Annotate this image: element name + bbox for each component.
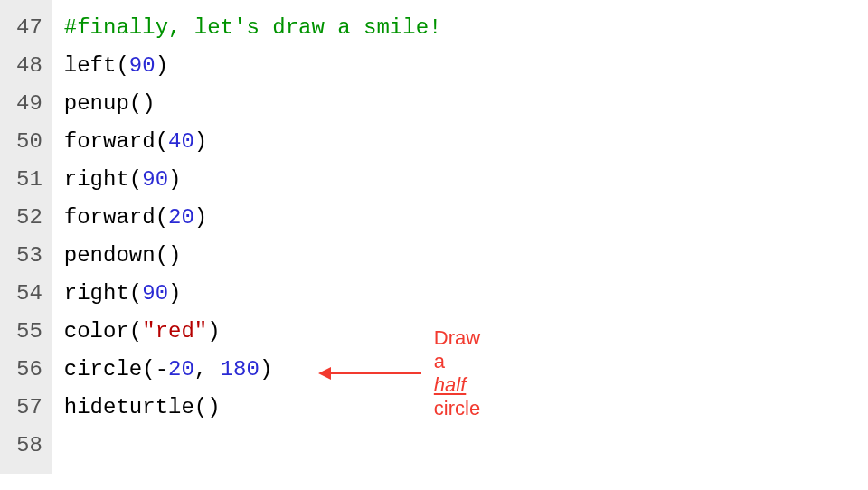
token-ident: forward (64, 205, 156, 230)
arrow-line (331, 372, 421, 374)
token-number: 180 (221, 357, 259, 382)
line-number: 49 (16, 85, 42, 123)
token-paren: ( (156, 129, 168, 154)
token-paren: ( (156, 243, 168, 268)
token-ident: color (64, 319, 129, 344)
code-line-54[interactable]: right(90) (64, 275, 442, 313)
token-paren: ( (129, 319, 142, 344)
arrow-head (318, 367, 331, 380)
code-area[interactable]: #finally, let's draw a smile! left(90) p… (52, 0, 442, 474)
line-number: 56 (16, 351, 42, 389)
token-string: "red" (142, 319, 207, 344)
code-line-48[interactable]: left(90) (64, 47, 442, 85)
token-paren: ( (156, 205, 168, 230)
token-paren: ) (168, 167, 181, 192)
token-op: , (194, 357, 221, 382)
token-ident: forward (64, 129, 156, 154)
line-number: 57 (16, 389, 42, 427)
line-number: 47 (16, 9, 42, 47)
token-number: 90 (142, 167, 168, 192)
code-line-53[interactable]: pendown() (64, 237, 442, 275)
code-line-49[interactable]: penup() (64, 85, 442, 123)
annotation-suffix: circle (434, 397, 480, 419)
token-paren: ) (168, 281, 181, 306)
token-paren: ) (142, 91, 155, 116)
code-line-55[interactable]: color("red") (64, 313, 442, 351)
annotation-text: Draw a half circle (434, 326, 480, 420)
token-number: 20 (168, 357, 194, 382)
token-paren: ) (168, 243, 181, 268)
code-line-57[interactable]: hideturtle() (64, 389, 442, 427)
token-ident: penup (64, 91, 129, 116)
annotation-emph: half (434, 373, 466, 396)
line-number: 55 (16, 313, 42, 351)
line-number-gutter: 47 48 49 50 51 52 53 54 55 56 57 58 (0, 0, 52, 474)
annotation-callout: Draw a half circle (318, 354, 480, 392)
token-paren: ( (129, 281, 142, 306)
token-ident: circle (64, 357, 142, 382)
token-paren: ) (194, 129, 207, 154)
token-number: 20 (168, 205, 194, 230)
line-number: 53 (16, 237, 42, 275)
code-line-52[interactable]: forward(20) (64, 199, 442, 237)
line-number: 51 (16, 161, 42, 199)
token-paren: ) (194, 205, 207, 230)
line-number: 54 (16, 275, 42, 313)
code-line-58[interactable] (64, 427, 442, 465)
token-paren: ( (129, 91, 142, 116)
token-paren: ( (129, 167, 142, 192)
arrow-left-icon (318, 367, 421, 380)
line-number: 52 (16, 199, 42, 237)
token-paren: ( (116, 53, 128, 78)
token-paren: ) (259, 357, 272, 382)
token-paren: ) (207, 395, 220, 419)
line-number: 50 (16, 123, 42, 161)
line-number: 48 (16, 47, 42, 85)
annotation-prefix: Draw a (434, 326, 480, 372)
code-line-51[interactable]: right(90) (64, 161, 442, 199)
token-paren: ( (194, 395, 207, 419)
code-editor: 47 48 49 50 51 52 53 54 55 56 57 58 #fin… (0, 0, 868, 474)
token-number: 90 (129, 53, 156, 78)
token-number: 40 (168, 129, 194, 154)
token-number: 90 (142, 281, 168, 306)
token-ident: pendown (64, 243, 156, 268)
token-ident: right (64, 281, 129, 306)
token-paren: ( (142, 357, 155, 382)
token-comment: #finally, let's draw a smile! (64, 15, 442, 40)
token-op: - (156, 357, 168, 382)
token-ident: left (64, 53, 117, 78)
line-number: 58 (16, 427, 42, 465)
token-ident: hideturtle (64, 395, 194, 419)
token-ident: right (64, 167, 129, 192)
token-paren: ) (156, 53, 168, 78)
code-line-47[interactable]: #finally, let's draw a smile! (64, 9, 442, 47)
code-line-50[interactable]: forward(40) (64, 123, 442, 161)
token-paren: ) (207, 319, 220, 344)
